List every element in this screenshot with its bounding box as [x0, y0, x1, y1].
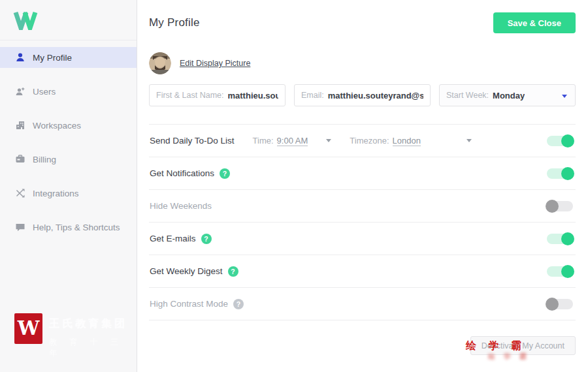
help-icon[interactable]: ? [228, 266, 238, 277]
settings-list: Send Daily To-Do List Time: 9:00 AM Time… [149, 124, 576, 320]
start-week-value: Monday [493, 91, 525, 101]
setting-label: High Contrast Mode [150, 299, 228, 309]
edit-display-picture-link[interactable]: Edit Display Picture [180, 59, 250, 68]
watermark-text-line2: 教 育 十 三 年 [49, 337, 137, 359]
help-chat-icon [14, 222, 25, 233]
emails-toggle[interactable] [547, 234, 573, 244]
help-icon[interactable]: ? [233, 299, 244, 309]
setting-label: Get Notifications [150, 168, 214, 178]
name-field-value: matthieu.soute [228, 91, 279, 101]
weekly-digest-toggle[interactable] [547, 266, 573, 277]
sidebar-item-my-profile[interactable]: My Profile [0, 47, 137, 68]
hide-weekends-toggle[interactable] [547, 201, 573, 211]
footer-row: Deactivate My Account 绘 学 霸 绘 学 霸 [149, 336, 576, 356]
sidebar-item-label: Billing [33, 155, 56, 164]
start-week-label: Start Week: [446, 91, 489, 100]
sidebar-item-label: Workspaces [33, 121, 81, 131]
page-title: My Profile [149, 16, 200, 29]
timezone-value[interactable]: London [393, 136, 421, 146]
setting-label: Get Weekly Digest [150, 266, 223, 276]
name-field[interactable]: First & Last Name: matthieu.soute [149, 84, 286, 106]
chevron-down-icon[interactable] [326, 139, 331, 142]
billing-icon [14, 154, 25, 165]
email-field-label: Email: [301, 91, 324, 100]
watermark-text-line1: 王氏教育集团 [49, 317, 137, 331]
time-label: Time: [253, 136, 274, 146]
email-field[interactable]: Email: matthieu.souteyrand@softy [294, 84, 431, 106]
high-contrast-toggle[interactable] [547, 299, 573, 309]
deactivate-account-button[interactable]: Deactivate My Account [470, 336, 576, 355]
setting-row-notifications: Get Notifications ? [149, 157, 576, 189]
name-field-label: First & Last Name: [156, 91, 224, 100]
sidebar-item-label: Integrations [33, 189, 79, 198]
watermark-bottom-left: W 王氏教育集团 教 育 十 三 年 [14, 313, 137, 359]
app-window: My Profile Users [0, 0, 588, 372]
help-icon[interactable]: ? [201, 234, 212, 244]
user-icon [14, 52, 25, 63]
sidebar-item-label: Help, Tips & Shortcuts [33, 223, 120, 232]
notifications-toggle[interactable] [547, 168, 573, 179]
setting-row-high-contrast: High Contrast Mode ? [149, 287, 576, 320]
daily-todo-toggle[interactable] [547, 136, 573, 146]
logo-block [0, 0, 137, 40]
sidebar-item-workspaces[interactable]: Workspaces [0, 115, 137, 136]
save-close-button[interactable]: Save & Close [493, 12, 576, 33]
start-week-select[interactable]: Start Week: Monday [439, 84, 576, 106]
integrations-icon [14, 188, 25, 199]
setting-row-weekly-digest: Get Weekly Digest ? [149, 255, 576, 287]
avatar-row: Edit Display Picture [149, 52, 576, 74]
users-icon [14, 86, 25, 97]
main-content: My Profile Save & Close Edit Displ [137, 0, 588, 372]
timezone-label: Timezone: [350, 136, 389, 146]
sidebar: My Profile Users [0, 0, 137, 372]
workspaces-icon [14, 120, 25, 131]
setting-label: Send Daily To-Do List [150, 136, 235, 146]
help-icon[interactable]: ? [220, 168, 230, 179]
sidebar-item-label: Users [33, 87, 56, 97]
sidebar-item-help[interactable]: Help, Tips & Shortcuts [0, 217, 137, 238]
sidebar-item-integrations[interactable]: Integrations [0, 183, 137, 204]
time-picker: Time: 9:00 AM [253, 136, 308, 146]
avatar[interactable] [149, 52, 171, 74]
topbar: My Profile Save & Close [149, 12, 576, 33]
setting-row-hide-weekends: Hide Weekends [149, 189, 576, 222]
timezone-picker: Timezone: London [350, 136, 421, 146]
sidebar-nav: My Profile Users [0, 47, 137, 238]
sidebar-item-users[interactable]: Users [0, 81, 137, 102]
email-field-value: matthieu.souteyrand@softy [328, 91, 423, 101]
chevron-down-icon [562, 95, 567, 98]
setting-row-daily-todo: Send Daily To-Do List Time: 9:00 AM Time… [149, 124, 576, 157]
fields-row: First & Last Name: matthieu.soute Email:… [149, 84, 576, 106]
setting-row-emails: Get E-mails ? [149, 222, 576, 255]
sidebar-item-billing[interactable]: Billing [0, 149, 137, 170]
setting-label: Get E-mails [150, 234, 196, 243]
app-logo-icon[interactable] [13, 22, 38, 32]
chevron-down-icon[interactable] [466, 139, 472, 142]
watermark-logo: W [14, 313, 42, 344]
sidebar-item-label: My Profile [33, 53, 72, 63]
time-value[interactable]: 9:00 AM [277, 136, 308, 146]
setting-label: Hide Weekends [150, 201, 212, 211]
